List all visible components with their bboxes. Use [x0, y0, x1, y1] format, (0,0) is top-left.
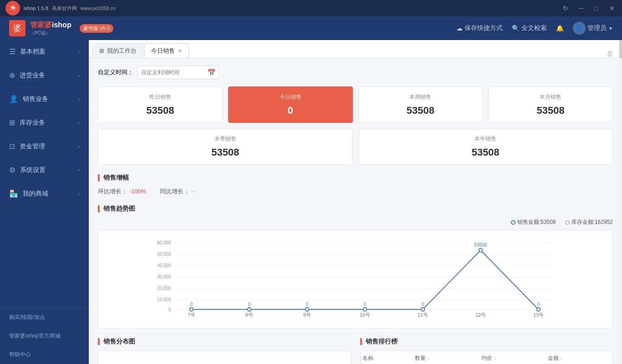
custom-time-row: 自定义时间： 📅: [98, 66, 613, 79]
stat-season: 本季销售 53508: [98, 128, 353, 165]
svg-text:11号: 11号: [418, 312, 428, 318]
chevron-right-icon: ›: [78, 143, 80, 150]
chevron-right-icon: ›: [78, 49, 80, 55]
legend-dot-sales: [511, 220, 515, 225]
svg-text:8号: 8号: [245, 312, 253, 318]
bottom-grid: 销售分布图 销售排行榜: [98, 338, 613, 364]
growth-row: 环比增长： -100% 同比增长： --: [98, 187, 613, 196]
custom-time-input[interactable]: [137, 66, 219, 79]
tab-close-icon[interactable]: ✕: [178, 48, 182, 54]
svg-text:0: 0: [537, 302, 540, 307]
tab-label: 我的工作台: [107, 47, 137, 55]
sidebar-item-label: 我的商城: [23, 190, 48, 198]
custom-time-label: 自定义时间：: [98, 68, 133, 76]
full-search-action[interactable]: 🔍 全文检索: [512, 24, 547, 32]
sidebar-item-system[interactable]: ⚙ 系统设置 ›: [0, 158, 89, 182]
svg-text:0: 0: [190, 302, 193, 307]
sidebar-item-my-shop[interactable]: 🏪 我的商城 ›: [0, 182, 89, 206]
calendar-icon: 📅: [208, 69, 215, 76]
refresh-button[interactable]: ↻: [561, 3, 570, 14]
import-biz-icon: ⊕: [9, 71, 15, 80]
content-area: 自定义时间： 📅 昨日销售 53508 今日销售 0 本周销售 5: [89, 58, 622, 364]
trend-section-header: 销售趋势图: [98, 205, 613, 213]
legend-sales-label: 销售金额:53508: [517, 218, 556, 226]
sidebar-item-left: ⊞ 库存业务: [9, 118, 45, 127]
titlebar-right: ↻ ─ □ ✕: [561, 3, 617, 14]
svg-point-29: [248, 308, 251, 311]
chevron-right-icon: ›: [78, 191, 80, 197]
tab-today-sales[interactable]: 今日销售 ✕: [144, 43, 189, 58]
sort-amount-icon: ↕: [560, 356, 562, 361]
save-shortcut-action[interactable]: ☁ 保存快捷方式: [456, 24, 503, 32]
inventory-icon: ⊞: [9, 118, 15, 127]
brand-icon: 婆: [9, 20, 25, 36]
stat-today: 今日销售 0: [228, 86, 353, 123]
user-action[interactable]: 👤 管理员 ▼: [573, 22, 613, 35]
growth-section-header: 销售增幅: [98, 174, 613, 182]
sidebar-item-finance[interactable]: ⊡ 资金管理 ›: [0, 135, 89, 158]
sidebar-item-sales-biz[interactable]: 👤 销售业务 ›: [0, 87, 89, 111]
sidebar-item-left: ⊕ 进货业务: [9, 71, 45, 80]
cloud-icon: ☁: [456, 25, 463, 32]
app-version: ishop 1.5.8: [24, 5, 48, 11]
avatar: 👤: [573, 22, 586, 35]
svg-text:20,000: 20,000: [157, 286, 171, 291]
growth-title: 销售增幅: [103, 174, 129, 182]
sidebar-item-label: 基本档案: [20, 48, 46, 56]
stat-week: 本周销售 53508: [358, 86, 483, 123]
sidebar-buy-item[interactable]: 购买/续期/加点: [0, 308, 89, 327]
sidebar-item-import-biz[interactable]: ⊕ 进货业务 ›: [0, 64, 89, 87]
search-icon: 🔍: [512, 25, 520, 32]
stat-year: 本年销售 53508: [358, 128, 613, 165]
app-body: ☰ 基本档案 › ⊕ 进货业务 › 👤 销售业务 ›: [0, 40, 622, 364]
logo-text: 淘: [10, 5, 15, 11]
svg-point-28: [190, 308, 194, 311]
sort-avg-icon: ↕: [494, 356, 496, 361]
tab-label: 今日销售: [151, 47, 175, 55]
svg-point-32: [421, 308, 425, 311]
app-logo: 淘: [5, 1, 20, 15]
sidebar-bottom: 购买/续期/加点 管家婆ishop官方商城 帮助中心: [0, 308, 89, 364]
finance-icon: ⊡: [9, 142, 15, 151]
col-qty[interactable]: 数量 ↕: [413, 351, 479, 364]
mom-value: -100%: [129, 188, 147, 195]
stats-grid-row2: 本季销售 53508 本年销售 53508: [98, 128, 613, 165]
sidebar-official-item[interactable]: 管家婆ishop官方商城: [0, 327, 89, 345]
svg-text:12号: 12号: [475, 312, 486, 318]
section-bar-icon: [98, 338, 100, 345]
section-bar-icon: [360, 338, 362, 345]
sidebar-item-basic-files[interactable]: ☰ 基本档案 ›: [0, 40, 89, 64]
tab-trash-icon[interactable]: 🗑: [602, 50, 618, 58]
chart-legend: 销售金额:53508 库存金额:162952: [98, 218, 613, 226]
my-shop-icon: 🏪: [9, 189, 18, 198]
yoy-label: 同比增长： --: [160, 187, 195, 196]
chevron-right-icon: ›: [78, 72, 80, 79]
close-button[interactable]: ✕: [607, 3, 617, 14]
sidebar-item-label: 销售业务: [23, 95, 48, 103]
sort-qty-icon: ↕: [428, 356, 430, 361]
svg-text:9号: 9号: [303, 312, 311, 318]
minimize-button[interactable]: ─: [577, 3, 586, 14]
stat-yesterday-value: 53508: [146, 105, 174, 116]
svg-text:0: 0: [364, 302, 367, 307]
stat-month: 本月销售 53508: [488, 86, 613, 123]
mom-label: 环比增长： -100%: [98, 187, 146, 196]
trend-svg-chart: 60,000 50,000 40,000 30,000 20,000 10,00…: [106, 238, 605, 319]
basic-files-icon: ☰: [9, 47, 15, 56]
sidebar-help-item[interactable]: 帮助中心: [0, 345, 89, 364]
chevron-right-icon: ›: [78, 120, 80, 126]
yoy-value: --: [191, 188, 195, 195]
notification-action[interactable]: 🔔: [556, 25, 564, 32]
sidebar-item-inventory[interactable]: ⊞ 库存业务 ›: [0, 111, 89, 135]
svg-point-30: [306, 308, 309, 311]
col-avg[interactable]: 均价 ↕: [479, 351, 546, 364]
svg-text:30,000: 30,000: [157, 274, 171, 279]
tab-workbench[interactable]: ⊞ 我的工作台: [92, 43, 143, 58]
ranking-title: 销售排行榜: [366, 338, 398, 346]
distribution-chart: [98, 350, 351, 364]
maximize-button[interactable]: □: [593, 3, 600, 14]
brand-icon-char: 婆: [13, 23, 21, 34]
scrollbar-thumb[interactable]: [619, 40, 622, 58]
col-amount[interactable]: 金额 ↕: [546, 351, 612, 364]
stat-year-value: 53508: [472, 147, 500, 158]
